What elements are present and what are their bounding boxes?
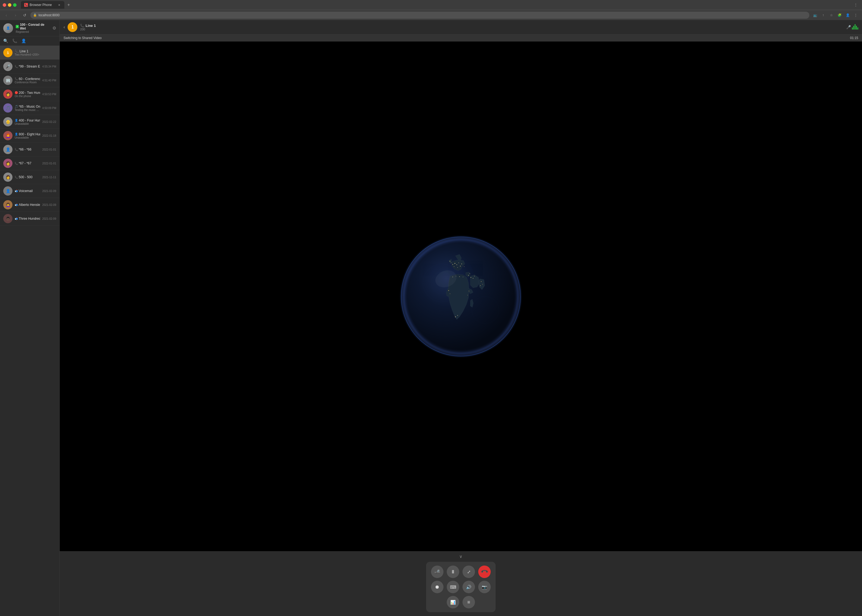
list-item[interactable]: 🎤 📞 *99 - Stream Echo 4:55:34 PM [0, 60, 60, 74]
globe-svg [393, 229, 529, 364]
contact-name: 📞 60 - Conference Room 60 [15, 77, 40, 81]
address-bar[interactable]: 🔒 localhost:8000 [30, 12, 809, 19]
bookmark-button[interactable]: ☆ [828, 12, 835, 19]
minimize-button[interactable] [8, 3, 11, 7]
hold-button[interactable]: ⏸ [447, 566, 459, 578]
call-list: 🎤 📞 *99 - Stream Echo 4:55:34 PM 🏢 📞 60 … [0, 60, 60, 616]
tab-close-button[interactable]: ✕ [57, 3, 61, 7]
list-item[interactable]: 👨🏿 📬 Three Hundred 2021-02-09 [0, 212, 60, 226]
contact-info: 📬 Voicemail [15, 189, 40, 193]
contact-info: 👤 800 - Eight Hundred Unavailable [15, 132, 40, 139]
contact-info: 📬 Alberto Hensley [15, 203, 40, 207]
stats-button[interactable]: 📊 [447, 596, 459, 608]
hangup-button[interactable]: 📞 [478, 566, 491, 578]
cast-button[interactable]: 📺 [812, 12, 819, 19]
contact-avatar: 👩 [3, 90, 13, 99]
list-item[interactable]: 🏢 📞 60 - Conference Room 60 Conference R… [0, 74, 60, 87]
contact-avatar: 🏢 [3, 76, 13, 85]
contact-name: 👤 400 - Four Hundred [15, 119, 40, 123]
contact-name: 👤 800 - Eight Hundred [15, 132, 40, 136]
camera-button[interactable]: 📷 [478, 581, 491, 593]
active-line-item[interactable]: 1 📞 Line 1 Two Hundred <200> [0, 46, 60, 60]
contact-subtitle: Testing the music on Hold [15, 108, 40, 112]
contact-time: 2022-02-22 [43, 121, 56, 123]
list-item[interactable]: 👤 📞 *66 - *66 2022-01-01 [0, 143, 60, 157]
active-tab[interactable]: 📞 Browser Phone ✕ [21, 1, 64, 9]
list-item[interactable]: 👩 📞 *67 - *67 2022-01-01 [0, 157, 60, 170]
contact-info: 👤 400 - Four Hundred Unavailable [15, 119, 40, 125]
contacts-action-button[interactable]: 👤 [21, 39, 26, 43]
share-button[interactable]: ↑ [819, 12, 827, 19]
call-header-info: 📞 Line 1 200 [80, 24, 843, 31]
contact-subtitle: Conference Room [15, 81, 40, 84]
forward-nav-button[interactable]: › [12, 12, 19, 19]
app-container: 👤 ✓ 100 - Conrad de Wet Registered ⚙ 🔍 📞… [0, 20, 862, 616]
call-timer: 01:15 [850, 36, 858, 40]
contact-info: 🎵 *65 - Music On Hold Testing the music … [15, 105, 40, 112]
tab-bar: 📞 Browser Phone ✕ + [21, 1, 850, 9]
list-item[interactable]: 👩‍🦰 👤 800 - Eight Hundred Unavailable 20… [0, 129, 60, 143]
dialpad-button[interactable]: ⌨ [447, 581, 459, 593]
contact-avatar: 👤 [3, 145, 13, 154]
contact-subtitle: On the phone [15, 95, 40, 97]
contact-info: 📞 *66 - *66 [15, 148, 40, 151]
controls-row-1: 🎤 ⏸ ⤢ 📞 [431, 566, 491, 578]
chevron-down-button[interactable]: ∨ [459, 554, 462, 559]
new-tab-button[interactable]: + [65, 2, 72, 8]
back-nav-button[interactable]: ‹ [3, 12, 10, 19]
contact-info: 📞 *67 - *67 [15, 161, 40, 165]
active-line-info: 📞 Line 1 Two Hundred <200> [15, 49, 56, 56]
contact-time: 4:51:40 PM [43, 79, 56, 82]
active-line-name: 📞 Line 1 [15, 49, 56, 53]
list-item[interactable]: 👩‍🦱 📬 Alberto Hensley 2021-02-09 [0, 198, 60, 212]
call-status-text: Switching to Shared Video [63, 36, 102, 40]
more-options-button[interactable]: ≡ [462, 596, 475, 608]
speaker-button[interactable]: 🔊 [462, 581, 475, 593]
vol-bar-5 [857, 27, 858, 30]
contact-time: 2022-01-01 [43, 148, 56, 151]
address-text: localhost:8000 [39, 13, 60, 17]
list-item[interactable]: 🎵 🎵 *65 - Music On Hold Testing the musi… [0, 101, 60, 115]
call-status-bar: Switching to Shared Video 01:15 [60, 35, 862, 41]
list-item[interactable]: 👴 👤 400 - Four Hundred Unavailable 2022-… [0, 115, 60, 129]
list-item[interactable]: 👤 📬 Voicemail 2021-02-09 [0, 184, 60, 198]
maximize-button[interactable] [13, 3, 17, 7]
mute-button[interactable]: 🎤 [431, 566, 443, 578]
contact-time: 2021-02-09 [43, 190, 56, 193]
svg-point-35 [401, 237, 520, 356]
vol-bar-1 [852, 27, 853, 30]
back-to-calls-button[interactable]: ‹ [63, 25, 65, 30]
globe-container [60, 41, 862, 551]
expand-button[interactable]: ⤢ [462, 566, 475, 578]
call-action-button[interactable]: 📞 [12, 39, 17, 43]
contact-name: 🔴 200 - Two Hundred [15, 91, 40, 95]
close-button[interactable] [3, 3, 6, 7]
contact-info: 📬 Three Hundred [15, 217, 40, 220]
reload-nav-button[interactable]: ↺ [21, 12, 28, 19]
settings-button[interactable]: ⋮ [852, 12, 859, 19]
contact-name: 🎵 *65 - Music On Hold [15, 105, 40, 108]
list-item[interactable]: 👩 📞 500 - 500 2021-11-11 [0, 170, 60, 184]
search-action-button[interactable]: 🔍 [3, 39, 8, 43]
controls-row-3: 📊 ≡ [447, 596, 475, 608]
contact-subtitle: Unavailable [15, 123, 40, 125]
contact-time: 2021-02-09 [43, 217, 56, 220]
contact-avatar: 🎤 [3, 62, 13, 71]
contact-time: 2022-01-18 [43, 134, 56, 137]
contact-time: 2021-11-11 [43, 176, 56, 179]
contact-info: 📞 *99 - Stream Echo [15, 64, 40, 68]
contact-time: 4:50:09 PM [43, 107, 56, 110]
extensions-button[interactable]: 🧩 [836, 12, 843, 19]
user-status: Registered [16, 30, 50, 33]
active-line-avatar: 1 [3, 48, 13, 57]
record-button[interactable]: ⏺ [431, 581, 443, 593]
browser-menu-button[interactable]: ⋮ [852, 2, 859, 8]
contact-avatar: 👴 [3, 117, 13, 126]
profile-button[interactable]: 👤 [844, 12, 851, 19]
sidebar: 👤 ✓ 100 - Conrad de Wet Registered ⚙ 🔍 📞… [0, 20, 60, 616]
contact-info: 📞 60 - Conference Room 60 Conference Roo… [15, 77, 40, 84]
contact-name: 📬 Voicemail [15, 189, 40, 193]
list-item[interactable]: 👩 🔴 200 - Two Hundred On the phone 4:50:… [0, 87, 60, 101]
sidebar-header: 👤 ✓ 100 - Conrad de Wet Registered ⚙ [0, 20, 60, 36]
settings-gear-button[interactable]: ⚙ [52, 25, 56, 31]
